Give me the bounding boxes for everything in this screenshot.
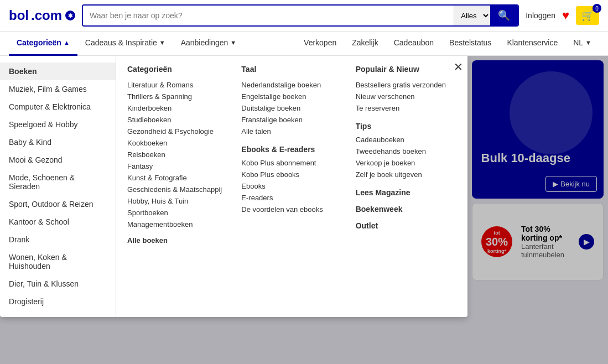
sidebar-item-computer[interactable]: Computer & Elektronica	[0, 98, 116, 116]
lees-magazine-label[interactable]: Lees Magazine	[356, 188, 456, 197]
nav-verkopen[interactable]: Verkopen	[296, 32, 344, 56]
navbar: Categorieën ▲ Cadeaus & Inspiratie ▼ Aan…	[0, 32, 608, 56]
link-reisboeken[interactable]: Reisboeken	[127, 149, 228, 160]
link-ereaders[interactable]: E-readers	[241, 192, 342, 204]
chevron-down-icon-lang: ▼	[585, 39, 591, 46]
favorites-icon[interactable]: ♥	[562, 8, 569, 23]
link-en-boeken[interactable]: Engelstalige boeken	[241, 91, 342, 102]
link-sportboeken[interactable]: Sportboeken	[127, 207, 228, 219]
boekenweek-label[interactable]: Boekenweek	[356, 205, 456, 214]
link-bestsellers[interactable]: Bestsellers gratis verzonden	[356, 79, 456, 91]
sidebar-item-kantoor[interactable]: Kantoor & School	[0, 213, 116, 231]
link-management[interactable]: Managementboeken	[127, 219, 228, 230]
link-kunst[interactable]: Kunst & Fotografie	[127, 172, 228, 184]
link-fantasy[interactable]: Fantasy	[127, 160, 228, 172]
sidebar-item-muziek[interactable]: Muziek, Film & Games	[0, 80, 116, 98]
sidebar-item-drogisterij[interactable]: Drogisterij	[0, 293, 116, 310]
categories-header: Categorieën	[127, 65, 228, 74]
link-de-boeken[interactable]: Duitstalige boeken	[241, 102, 342, 114]
nav-bestelstatus-label: Bestelstatus	[449, 38, 491, 47]
inloggen-button[interactable]: Inloggen	[526, 11, 555, 20]
link-thrillers[interactable]: Thrillers & Spanning	[127, 91, 228, 102]
link-zelf-uitgeven[interactable]: Zelf je boek uitgeven	[356, 169, 456, 180]
left-sidebar: Boeken Muziek, Film & Games Computer & E…	[0, 56, 116, 317]
sidebar-item-wonen[interactable]: Wonen, Koken & Huishouden	[0, 248, 116, 275]
link-kinderboeken[interactable]: Kinderboeken	[127, 102, 228, 114]
sidebar-item-mode[interactable]: Mode, Schoenen & Sieraden	[0, 169, 116, 195]
nav-cadeaus[interactable]: Cadeaus & Inspiratie ▼	[77, 32, 173, 56]
link-alle-boeken[interactable]: Alle boeken	[127, 235, 228, 246]
sidebar-item-boeken[interactable]: Boeken	[0, 63, 116, 80]
main-dropdown: ✕ Boeken Muziek, Film & Games Computer &…	[0, 56, 467, 317]
logo-text: bol	[9, 8, 29, 23]
header: bol.com✱ Alles 🔍 Inloggen ♥ 🛒 0	[0, 0, 608, 32]
dropdown-columns: Categorieën Literatuur & Romans Thriller…	[116, 56, 467, 317]
nav-cadeaus-label: Cadeaus & Inspiratie	[85, 38, 157, 47]
taal-header: Taal	[241, 65, 342, 74]
nav-categories[interactable]: Categorieën ▲	[9, 32, 77, 56]
link-verkoop-boeken[interactable]: Verkoop je boeken	[356, 157, 456, 169]
link-kobo-plus-ebooks[interactable]: Kobo Plus ebooks	[241, 169, 342, 180]
header-actions: Inloggen ♥ 🛒 0	[526, 6, 599, 25]
nav-aanbiedingen-label: Aanbiedingen	[181, 38, 228, 47]
outlet-label[interactable]: Outlet	[356, 221, 456, 230]
link-studieboeken[interactable]: Studieboeken	[127, 114, 228, 126]
search-bar: Alles 🔍	[82, 4, 519, 27]
nav-klantenservice-label: Klantenservice	[507, 38, 558, 47]
nav-zakelijk[interactable]: Zakelijk	[344, 32, 386, 56]
search-category-select[interactable]: Alles	[454, 6, 490, 25]
col-taal-ebooks: Taal Nederlandstalige boeken Engelstalig…	[241, 65, 342, 308]
cart-badge: 0	[593, 4, 601, 13]
populair-header: Populair & Nieuw	[356, 65, 456, 74]
sidebar-item-baby[interactable]: Baby & Kind	[0, 133, 116, 151]
nav-categories-label: Categorieën	[17, 38, 61, 47]
link-kookboeken[interactable]: Kookboeken	[127, 137, 228, 149]
col-categories: Categorieën Literatuur & Romans Thriller…	[127, 65, 228, 308]
sidebar-item-mooi[interactable]: Mooi & Gezond	[0, 151, 116, 169]
sidebar-item-dier[interactable]: Dier, Tuin & Klussen	[0, 275, 116, 293]
link-te-reserveren[interactable]: Te reserveren	[356, 102, 456, 114]
nav-aanbiedingen[interactable]: Aanbiedingen ▼	[173, 32, 245, 56]
link-geschiedenis[interactable]: Geschiedenis & Maatschappij	[127, 184, 228, 195]
ebooks-header: Ebooks & E-readers	[241, 145, 342, 154]
close-button[interactable]: ✕	[454, 60, 463, 74]
sidebar-item-sport[interactable]: Sport, Outdoor & Reizen	[0, 195, 116, 213]
nav-cadeaubon-label: Cadeaubon	[394, 38, 434, 47]
link-voordelen-ebooks[interactable]: De voordelen van ebooks	[241, 204, 342, 215]
link-nl-boeken[interactable]: Nederlandstalige boeken	[241, 79, 342, 91]
search-input[interactable]	[83, 6, 454, 25]
link-fr-boeken[interactable]: Franstalige boeken	[241, 114, 342, 126]
link-kobo-plus-abo[interactable]: Kobo Plus abonnement	[241, 157, 342, 169]
nav-zakelijk-label: Zakelijk	[352, 38, 378, 47]
nav-bestelstatus[interactable]: Bestelstatus	[441, 32, 499, 56]
nav-verkopen-label: Verkopen	[304, 38, 336, 47]
tips-header: Tips	[356, 122, 456, 131]
sidebar-item-drank[interactable]: Drank	[0, 231, 116, 248]
chevron-up-icon: ▲	[64, 39, 70, 46]
sidebar-item-speelgoed[interactable]: Speelgoed & Hobby	[0, 116, 116, 133]
link-hobby[interactable]: Hobby, Huis & Tuin	[127, 195, 228, 207]
link-nieuw-verschenen[interactable]: Nieuw verschenen	[356, 91, 456, 102]
nav-klantenservice[interactable]: Klantenservice	[499, 32, 565, 56]
link-gezondheid[interactable]: Gezondheid & Psychologie	[127, 126, 228, 137]
link-tweedehands[interactable]: Tweedehands boeken	[356, 145, 456, 157]
nav-language-label: NL	[573, 38, 583, 47]
page-content: Bulk 10-daagse ▶ Bekijk nu tot 30% korti…	[0, 56, 608, 364]
search-button[interactable]: 🔍	[490, 6, 518, 25]
link-cadeauboeken[interactable]: Cadeauboeken	[356, 134, 456, 145]
nav-cadeaubon[interactable]: Cadeaubon	[386, 32, 441, 56]
link-alle-talen[interactable]: Alle talen	[241, 126, 342, 137]
cart-button[interactable]: 🛒 0	[576, 6, 599, 25]
link-ebooks[interactable]: Ebooks	[241, 180, 342, 192]
logo[interactable]: bol.com✱	[9, 8, 75, 23]
chevron-down-icon-2: ▼	[230, 39, 236, 46]
chevron-down-icon: ▼	[159, 39, 165, 46]
link-literatuur[interactable]: Literatuur & Romans	[127, 79, 228, 91]
col-populair: Populair & Nieuw Bestsellers gratis verz…	[356, 65, 456, 308]
nav-language[interactable]: NL ▼	[565, 32, 599, 56]
logo-icon: ✱	[65, 11, 75, 20]
